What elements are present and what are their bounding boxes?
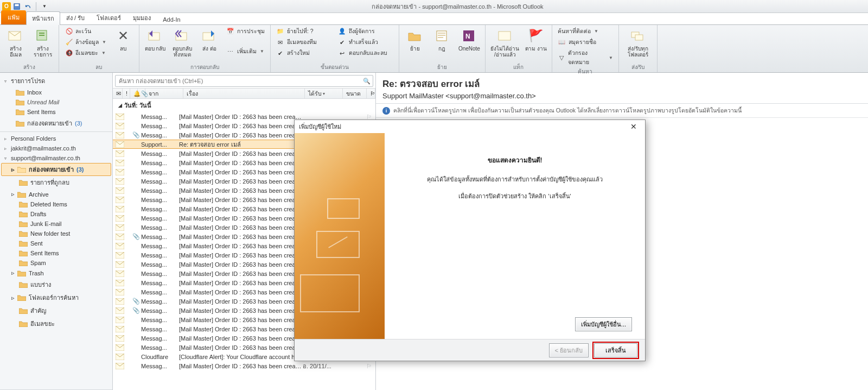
flag-icon[interactable]: 🏳 — [365, 363, 373, 369]
dialog-titlebar: เพิ่มบัญชีผู้ใช้ใหม่ ✕ — [295, 120, 645, 133]
reading-infobar[interactable]: i คลิกที่นี่เพื่อดาวน์โหลดรูปภาพ เพื่อป้… — [376, 104, 868, 118]
qs-tomanager[interactable]: 👤ถึงผู้จัดการ — [336, 26, 395, 36]
envelope-icon — [115, 160, 125, 166]
dialog-text-1: คุณได้ใส่ข้อมูลทั้งหมดที่ต้องการสำหรับกา… — [398, 175, 632, 184]
find-contact-input[interactable]: ค้นหาที่ติดต่อ▼ — [556, 26, 615, 36]
favorites-header[interactable]: ▿รายการโปรด — [0, 74, 112, 87]
col-from[interactable]: จาก — [145, 89, 183, 98]
message-from: Messag... — [140, 252, 178, 259]
new-email-button[interactable]: สร้าง อีเมล — [3, 26, 28, 59]
folder-item-12[interactable]: ▹โฟลเดอร์การค้นหา — [1, 291, 111, 304]
window-title: กล่องจดหมายเข้า - support@mailmaster.co.… — [49, 2, 866, 11]
folder-item-8[interactable]: Sent Items — [1, 248, 111, 258]
reply-all-button[interactable]: ตอบกลับ ทั้งหมด — [170, 26, 195, 59]
col-received[interactable]: ได้รับ ▾ — [305, 89, 343, 98]
dialog-footer: < ย้อนกลับ เสร็จสิ้น — [295, 339, 645, 361]
folder-item-6[interactable]: New folder test — [1, 229, 111, 238]
onenote-button[interactable]: NOneNote — [457, 26, 482, 53]
dialog-close-button[interactable]: ✕ — [627, 121, 641, 132]
col-importance[interactable]: ! — [123, 89, 130, 98]
folder-item-1[interactable]: รายการที่ถูกลบ — [1, 176, 111, 189]
svg-rect-5 — [39, 35, 44, 36]
account-header-0[interactable]: ▹Personal Folders — [0, 134, 112, 143]
new-items-button[interactable]: สร้าง รายการ — [30, 26, 55, 59]
fav-item-0[interactable]: Inbox — [1, 87, 111, 97]
folder-item-4[interactable]: Drafts — [1, 209, 111, 219]
tab-addin[interactable]: Add-In — [157, 14, 186, 24]
svg-rect-14 — [635, 35, 643, 40]
add-another-account-button[interactable]: เพิ่มบัญชีผู้ใช้อื่น... — [575, 317, 632, 331]
send-receive-all-button[interactable]: ส่ง/รับทุก โฟลเดอร์ — [622, 26, 654, 59]
col-icon[interactable]: ✉ — [113, 89, 123, 98]
message-from: Messag... — [140, 187, 178, 194]
address-book-button[interactable]: 📖สมุดรายชื่อ — [556, 37, 615, 47]
flag-icon[interactable]: 🏳 — [365, 114, 373, 120]
cleanup-button[interactable]: 🧹ล้างข้อมูล▼ — [62, 37, 108, 47]
folder-item-7[interactable]: Sent — [1, 238, 111, 248]
dialog-heading: ขอแสดงความยินดี! — [398, 155, 632, 165]
envelope-icon — [115, 317, 125, 323]
move-button[interactable]: ย้าย — [403, 26, 427, 53]
filter-email-button[interactable]: ▽ตัวกรองจดหมาย▼ — [556, 48, 615, 67]
tab-folder[interactable]: โฟลเดอร์ — [91, 11, 127, 24]
reply-button[interactable]: ตอบ กลับ — [143, 26, 168, 53]
search-icon[interactable]: 🔍 — [361, 78, 373, 85]
tab-file[interactable]: แฟ้ม — [1, 10, 26, 24]
save-icon[interactable] — [12, 2, 22, 11]
qat-customize-icon[interactable]: ▼ — [40, 2, 49, 11]
account-header-2[interactable]: ▿support@mailmaster.co.th — [0, 153, 112, 163]
folder-item-9[interactable]: Spam — [1, 258, 111, 268]
undo-icon[interactable] — [23, 2, 33, 11]
ignore-button[interactable]: 🚫ละเว้น — [62, 26, 108, 36]
fav-item-1[interactable]: Unread Mail — [1, 97, 111, 107]
search-box[interactable]: 🔍 — [115, 75, 373, 87]
col-size[interactable]: ขนาด — [343, 89, 367, 98]
message-row[interactable]: Messag...[Mail Master] Order ID : 2663 h… — [113, 361, 375, 370]
fav-item-2[interactable]: Sent Items — [1, 107, 111, 117]
dialog-finish-button[interactable]: เสร็จสิ้น — [594, 343, 637, 357]
qs-done[interactable]: ✔ทำเสร็จแล้ว — [336, 37, 395, 47]
folder-item-2[interactable]: ▹Archive — [1, 189, 111, 199]
folder-item-5[interactable]: Junk E-mail — [1, 219, 111, 229]
col-flag[interactable]: 🏳 — [367, 89, 375, 98]
message-group-header[interactable]: ◢วันที่: วันนี้ — [113, 99, 375, 112]
folder-item-11[interactable]: แบบร่าง — [1, 278, 111, 291]
col-reminder[interactable]: 🔔 — [130, 89, 138, 98]
account-header-1[interactable]: ▹jakkrit@mailmaster.co.th — [0, 143, 112, 153]
envelope-icon — [115, 178, 125, 185]
delete-button[interactable]: ✕ลบ — [111, 26, 136, 53]
fav-item-3[interactable]: กล่องจดหมายเข้า (3) — [1, 117, 111, 130]
group-find: ค้นหาที่ติดต่อ▼ 📖สมุดรายชื่อ ▽ตัวกรองจดห… — [552, 25, 619, 72]
respond-more-button[interactable]: ⋯เพิ่มเติม▼ — [224, 46, 267, 56]
meeting-button[interactable]: 📅การประชุม — [224, 26, 267, 36]
envelope-icon — [115, 197, 125, 203]
folder-item-13[interactable]: สำคัญ — [1, 304, 111, 317]
envelope-icon — [115, 363, 125, 369]
folder-item-3[interactable]: Deleted Items — [1, 199, 111, 209]
followup-button[interactable]: 🚩ตาม งาน — [524, 26, 548, 53]
folder-item-10[interactable]: ▹Trash — [1, 268, 111, 278]
message-subject: [Mail Master] Order ID : 2663 has been c… — [178, 169, 303, 175]
message-subject: [Mail Master] Order ID : 2663 has been c… — [178, 252, 303, 259]
forward-button[interactable]: ส่ง ต่อ — [197, 26, 222, 53]
col-subject[interactable]: เรื่อง — [183, 89, 305, 98]
search-input[interactable] — [116, 78, 361, 84]
unread-button[interactable]: ยังไม่ได้อ่าน /อ่านแล้ว — [489, 26, 521, 59]
qs-teamemail[interactable]: ✉อีเมลของทีม — [274, 37, 334, 47]
col-attachment[interactable]: 📎 — [138, 89, 145, 98]
folder-item-0[interactable]: ▹กล่องจดหมายเข้า (3) — [1, 163, 111, 176]
tab-sendreceive[interactable]: ส่ง / รับ — [60, 11, 91, 24]
qs-moveto[interactable]: 📁ย้ายไปที่: ? — [274, 26, 334, 36]
envelope-icon — [115, 169, 125, 175]
qs-createnew[interactable]: ✔สร้างใหม่ — [274, 48, 334, 58]
rules-button[interactable]: กฎ — [430, 26, 455, 53]
envelope-icon — [115, 123, 125, 129]
qs-replydelete[interactable]: ↩ตอบกลับและลบ — [336, 48, 395, 58]
attachment-icon: 📎 — [132, 131, 140, 139]
junk-button[interactable]: 🚯อีเมลขยะ▼ — [62, 48, 108, 58]
envelope-icon — [115, 243, 125, 249]
tab-view[interactable]: มุมมอง — [127, 11, 157, 24]
message-subject: [Mail Master] Order ID : 2663 has been c… — [178, 187, 303, 194]
folder-item-14[interactable]: อีเมลขยะ — [1, 317, 111, 330]
tab-home[interactable]: หน้าแรก — [26, 11, 60, 25]
